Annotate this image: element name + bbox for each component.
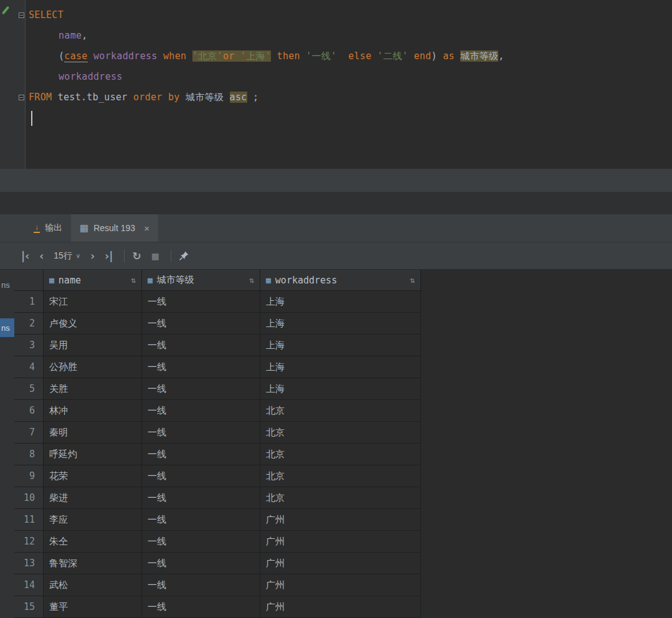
table-cell[interactable]: 上海 [260, 335, 421, 356]
row-number[interactable]: 7 [14, 422, 44, 443]
table-cell[interactable]: 董平 [44, 596, 142, 617]
inspection-ok-icon[interactable] [2, 6, 10, 14]
table-cell[interactable]: 柴进 [44, 487, 142, 508]
table-cell[interactable]: 呼延灼 [44, 444, 142, 465]
table-cell[interactable]: 一线 [142, 509, 260, 530]
table-row: 15董平一线广州 [14, 596, 421, 618]
table-cell[interactable]: 花荣 [44, 465, 142, 487]
row-number[interactable]: 15 [14, 596, 44, 617]
tab-label: 输出 [45, 222, 62, 234]
stop-button[interactable]: ■ [151, 251, 159, 261]
row-number[interactable]: 1 [14, 291, 44, 312]
row-number[interactable]: 12 [14, 531, 44, 552]
row-number[interactable]: 8 [14, 444, 44, 465]
table-cell[interactable]: 一线 [142, 465, 260, 487]
row-number[interactable]: 2 [14, 313, 44, 334]
table-cell[interactable]: 一线 [142, 291, 260, 312]
table-cell[interactable]: 北京 [260, 465, 421, 487]
table-cell[interactable]: 一线 [142, 553, 260, 574]
table-cell[interactable]: 上海 [260, 378, 421, 399]
next-page-button[interactable]: › [90, 250, 95, 262]
table-cell[interactable]: 一线 [142, 487, 260, 508]
stripe-button[interactable]: ns [0, 277, 14, 292]
prev-page-button[interactable]: ‹ [39, 250, 44, 262]
code-token [158, 50, 163, 62]
column-grid-icon: ▦ [148, 275, 153, 285]
sort-icon[interactable]: ⇅ [405, 275, 415, 285]
first-page-button[interactable]: |‹ [21, 250, 29, 262]
sort-icon[interactable]: ⇅ [244, 275, 254, 285]
table-cell[interactable]: 广州 [260, 574, 421, 596]
table-cell[interactable]: 一线 [142, 574, 260, 596]
table-cell[interactable]: 秦明 [44, 422, 142, 443]
code-lines[interactable]: SELECTname,(case workaddress when '北京'or… [26, 5, 672, 128]
table-cell[interactable]: 鲁智深 [44, 553, 142, 574]
code-token: ) [431, 50, 443, 62]
code-line[interactable]: FROM test.tb_user order by 城市等级 asc ; [26, 87, 672, 108]
page-size-select[interactable]: 15行 ∨ [54, 250, 80, 262]
table-cell[interactable]: 上海 [260, 291, 421, 312]
row-number[interactable]: 13 [14, 553, 44, 574]
code-token [128, 92, 133, 103]
code-line[interactable]: SELECT [26, 5, 672, 26]
row-number[interactable]: 9 [14, 465, 44, 487]
column-header-workaddress[interactable]: ▦workaddress⇅ [260, 270, 421, 290]
table-cell[interactable]: 公孙胜 [44, 356, 142, 378]
splitter-band[interactable] [0, 169, 672, 192]
table-cell[interactable]: 卢俊义 [44, 313, 142, 334]
table-cell[interactable]: 上海 [260, 356, 421, 378]
stripe-button[interactable]: ns [0, 318, 14, 337]
table-cell[interactable]: 林冲 [44, 400, 142, 421]
table-cell[interactable]: 一线 [142, 335, 260, 356]
fold-marker-icon[interactable] [19, 95, 24, 100]
column-header-城市等级[interactable]: ▦城市等级⇅ [142, 270, 260, 290]
code-token [180, 92, 186, 103]
table-cell[interactable]: 武松 [44, 574, 142, 596]
code-token: order [133, 92, 163, 103]
table-cell[interactable]: 北京 [260, 400, 421, 421]
table-cell[interactable]: 关胜 [44, 378, 142, 399]
row-number[interactable]: 3 [14, 335, 44, 356]
close-icon[interactable]: × [144, 223, 149, 234]
last-page-button[interactable]: ›| [105, 250, 113, 262]
table-cell[interactable]: 北京 [260, 487, 421, 508]
row-number[interactable]: 4 [14, 356, 44, 378]
tab-result-193[interactable]: ▦ Result 193 × [71, 214, 158, 242]
table-cell[interactable]: 一线 [142, 531, 260, 552]
table-cell[interactable]: 北京 [260, 422, 421, 443]
table-cell[interactable]: 一线 [142, 444, 260, 465]
table-cell[interactable]: 一线 [142, 400, 260, 421]
code-line[interactable]: workaddress [26, 67, 672, 87]
code-line[interactable]: (case workaddress when '北京'or '上海' then … [26, 46, 672, 67]
row-number[interactable]: 10 [14, 487, 44, 508]
table-cell[interactable]: 一线 [142, 313, 260, 334]
table-cell[interactable]: 一线 [142, 356, 260, 378]
table-cell[interactable]: 一线 [142, 378, 260, 399]
row-number[interactable]: 5 [14, 378, 44, 399]
code-line[interactable]: name, [26, 26, 672, 46]
table-cell[interactable]: 吴用 [44, 335, 142, 356]
row-number[interactable]: 6 [14, 400, 44, 421]
table-cell[interactable]: 北京 [260, 444, 421, 465]
table-cell[interactable]: 朱仝 [44, 531, 142, 552]
fold-marker-icon[interactable] [19, 12, 24, 18]
tab-output[interactable]: ↓ 输出 [25, 214, 71, 242]
table-cell[interactable]: 李应 [44, 509, 142, 530]
code-token: ( [59, 50, 64, 62]
table-cell[interactable]: 一线 [142, 596, 260, 617]
sql-editor[interactable]: SELECTname,(case workaddress when '北京'or… [0, 0, 672, 169]
table-cell[interactable]: 上海 [260, 313, 421, 334]
table-cell[interactable]: 广州 [260, 553, 421, 574]
refresh-button[interactable]: ↻ [132, 250, 141, 262]
table-cell[interactable]: 广州 [260, 596, 421, 617]
pin-icon[interactable] [179, 250, 189, 261]
column-header-name[interactable]: ▦name⇅ [44, 270, 142, 290]
sort-icon[interactable]: ⇅ [126, 275, 136, 285]
table-cell[interactable]: 广州 [260, 509, 421, 530]
row-number[interactable]: 14 [14, 574, 44, 596]
table-cell[interactable]: 广州 [260, 531, 421, 552]
table-cell[interactable]: 一线 [142, 422, 260, 443]
row-number[interactable]: 11 [14, 509, 44, 530]
table-cell[interactable]: 宋江 [44, 291, 142, 312]
code-line[interactable] [26, 108, 672, 128]
